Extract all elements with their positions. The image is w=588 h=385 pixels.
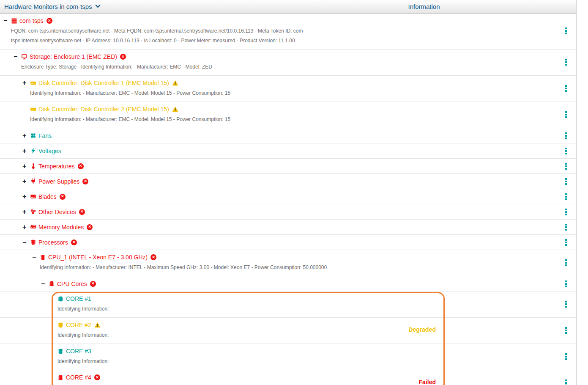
collapse-toggle[interactable]: − [41, 281, 49, 287]
node-label[interactable]: Processors [38, 239, 68, 246]
node-details: FQDN: com-tsps.internal.sentrysoftware.n… [11, 26, 331, 46]
node-label[interactable]: Power Supplies [38, 178, 79, 185]
expand-toggle[interactable]: + [22, 148, 30, 154]
expand-toggle[interactable]: + [22, 80, 30, 86]
node-details: Enclosure Type: Storage - Identifying In… [21, 62, 342, 72]
node-label[interactable]: CORE #2 [66, 322, 91, 328]
node-label[interactable]: CPU Cores [57, 280, 87, 287]
node-details: Identifying Information: [57, 304, 378, 314]
expand-toggle[interactable]: + [22, 163, 30, 169]
tree-node-power-supplies: +Power Supplies✕ [0, 174, 576, 189]
kebab-menu-icon[interactable] [556, 204, 576, 219]
collapse-toggle[interactable]: − [22, 239, 30, 245]
node-label[interactable]: Storage: Enclosure 1 (EMC ZED) [30, 53, 117, 60]
hardware-monitors-panel: Hardware Monitors in com-tsps Informatio… [0, 0, 577, 385]
node-label[interactable]: com-tsps [19, 17, 44, 24]
disk-icon [30, 80, 38, 86]
panel-title: Hardware Monitors in com-tsps [4, 3, 92, 10]
cpu-chip-icon [49, 280, 57, 287]
kebab-menu-icon[interactable] [556, 373, 576, 385]
node-label[interactable]: Memory Modules [38, 224, 84, 231]
expand-toggle[interactable]: + [22, 224, 30, 230]
failed-badge-icon: ✕ [120, 54, 126, 60]
node-details: Identifying Information: [57, 383, 378, 385]
node-label[interactable]: Voltages [38, 148, 61, 154]
cpu-chip-icon [30, 239, 38, 245]
bolt-icon [30, 148, 38, 154]
tree-node-disk-controller-disk-controller-1-emc-model-15: +Disk Controller: Disk Controller 1 (EMC… [0, 76, 576, 102]
node-label[interactable]: CPU_1 (INTEL - Xeon E7 - 3.00 GHz) [48, 254, 148, 261]
kebab-menu-icon[interactable] [556, 174, 576, 189]
node-label[interactable]: Other Devices [38, 209, 76, 215]
disk-icon [30, 106, 38, 113]
kebab-menu-icon[interactable] [556, 128, 576, 143]
collapse-toggle[interactable]: − [3, 18, 11, 24]
kebab-menu-icon[interactable] [556, 52, 576, 72]
tree-node-core-3: CORE #3Identifying Information: [0, 344, 576, 370]
kebab-menu-icon[interactable] [556, 16, 576, 46]
failed-badge-icon: ✕ [46, 18, 52, 24]
memory-icon [30, 224, 38, 230]
kebab-menu-icon[interactable] [556, 235, 576, 250]
failed-badge-icon: ✕ [87, 224, 93, 230]
expand-toggle[interactable]: + [22, 133, 30, 139]
kebab-menu-icon[interactable] [556, 189, 576, 204]
collapse-toggle[interactable]: − [14, 54, 21, 60]
expand-toggle[interactable]: + [22, 194, 30, 200]
kebab-menu-icon[interactable] [556, 104, 576, 124]
failed-badge-icon: ✕ [90, 281, 96, 287]
node-label[interactable]: Disk Controller: Disk Controller 1 (EMC … [38, 80, 169, 86]
node-label[interactable]: Temperatures [38, 163, 75, 170]
expand-toggle[interactable]: + [22, 179, 30, 184]
node-label[interactable]: CORE #4 [66, 374, 91, 381]
status-label: Degraded [408, 326, 436, 333]
node-details: Identifying Information: - Manufacturer:… [30, 115, 350, 124]
cpu-chip-icon [40, 254, 48, 261]
cpu-chip-icon [57, 296, 66, 302]
node-label[interactable]: CORE #1 [66, 295, 91, 302]
kebab-menu-icon[interactable] [556, 253, 576, 272]
failed-badge-icon: ✕ [82, 179, 88, 184]
tree-node-disk-controller-disk-controller-2-emc-model-15: Disk Controller: Disk Controller 2 (EMC … [0, 102, 576, 128]
host-icon [11, 18, 19, 24]
tree-node-core-1: CORE #1Identifying Information: [0, 292, 576, 318]
other-devices-icon [30, 209, 38, 215]
tree-node-memory-modules: +Memory Modules✕ [0, 220, 576, 235]
node-label[interactable]: Blades [38, 193, 57, 200]
node-details: Identifying Information: [57, 330, 378, 340]
warning-badge-icon [172, 106, 178, 112]
kebab-menu-icon[interactable] [556, 143, 576, 158]
kebab-menu-icon[interactable] [556, 159, 576, 173]
kebab-menu-icon[interactable] [556, 276, 576, 291]
expand-toggle[interactable]: + [22, 209, 30, 215]
failed-badge-icon: ✕ [150, 254, 156, 260]
failed-badge-icon: ✕ [78, 163, 84, 169]
failed-badge-icon: ✕ [60, 194, 66, 200]
kebab-menu-icon[interactable] [556, 320, 576, 340]
tree-node-storage-enclosure-1-emc-zed: −Storage: Enclosure 1 (EMC ZED)✕Enclosur… [0, 50, 576, 76]
kebab-menu-icon[interactable] [556, 78, 576, 98]
cpu-chip-icon [57, 322, 66, 328]
kebab-menu-icon[interactable] [556, 220, 576, 234]
node-label[interactable]: Fans [38, 132, 52, 139]
tree-node-blades: +Blades✕ [0, 189, 576, 204]
kebab-menu-icon[interactable] [556, 346, 576, 366]
node-details: Identifying Information: - Manufacturer:… [30, 88, 350, 98]
node-label[interactable]: CORE #3 [66, 348, 91, 355]
tree-node-core-2: CORE #2Identifying Information:Degraded [0, 318, 576, 344]
tree-node-temperatures: +Temperatures✕ [0, 159, 576, 174]
monitors-tree: −com-tsps✕FQDN: com-tsps.internal.sentry… [0, 14, 576, 385]
fan-icon [30, 132, 38, 139]
tree-node-com-tsps: −com-tsps✕FQDN: com-tsps.internal.sentry… [0, 14, 576, 50]
node-label[interactable]: Disk Controller: Disk Controller 2 (EMC … [38, 106, 169, 113]
failed-badge-icon: ✕ [79, 209, 85, 215]
tree-node-cpu-1-intel-xeon-e7-3-00-ghz: −CPU_1 (INTEL - Xeon E7 - 3.00 GHz)✕Iden… [0, 250, 576, 276]
monitors-title-dropdown[interactable]: Hardware Monitors in com-tsps [4, 0, 101, 13]
kebab-menu-icon[interactable] [556, 294, 576, 314]
collapse-toggle[interactable]: − [32, 254, 40, 260]
tree-node-voltages: +Voltages [0, 143, 576, 159]
tree-node-core-4: CORE #4✕Identifying Information:Failed [0, 370, 576, 385]
chevron-down-icon [95, 3, 101, 10]
cpu-chip-icon [57, 348, 66, 355]
node-details: Identifying Information: - Manufacturer:… [40, 263, 360, 272]
